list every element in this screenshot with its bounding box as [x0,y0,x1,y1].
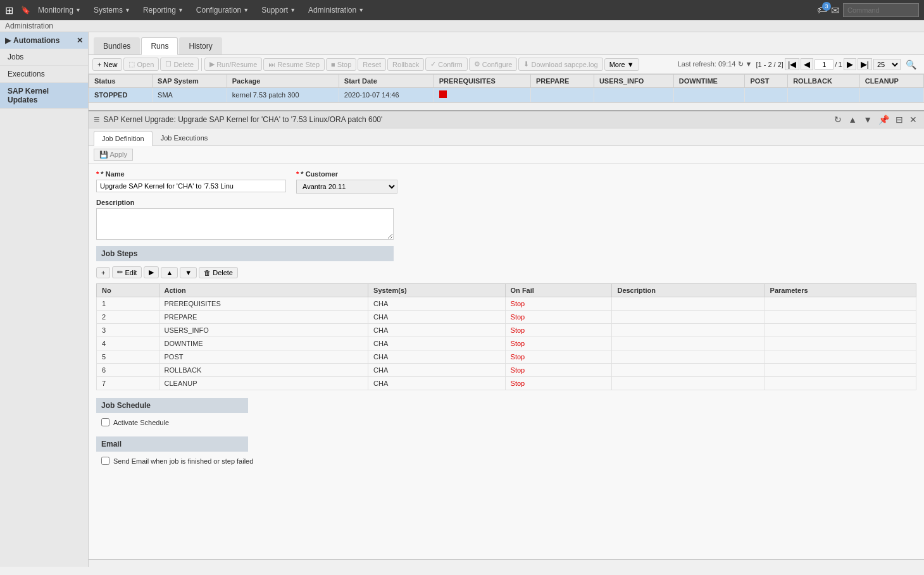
steps-row[interactable]: 7 CLEANUP CHA Stop [97,377,916,390]
first-page-button[interactable]: |◀ [785,58,799,70]
detail-down-icon[interactable]: ▼ [861,114,874,125]
bottom-hscroll[interactable] [89,559,924,567]
description-textarea[interactable] [96,208,394,240]
step-no: 5 [97,350,159,364]
name-input[interactable] [96,180,286,192]
reset-button[interactable]: Reset [358,58,386,71]
sidebar-item-executions[interactable]: Executions [0,66,88,83]
step-no: 2 [97,311,159,324]
customer-label: * * Customer [296,170,397,178]
col-prepare: PREPARE [530,75,594,88]
table-row[interactable]: STOPPED SMA kernel 7.53 patch 300 2020-1… [89,88,924,102]
table-hscroll[interactable] [89,102,924,110]
download-button[interactable]: ⬇ Download sapcpe.log [518,58,602,71]
step-systems: CHA [368,350,505,364]
nav-systems[interactable]: Systems ▼ [89,0,135,20]
send-email-checkbox[interactable] [101,457,109,465]
step-on-fail[interactable]: Stop [505,377,612,390]
sidebar: ▶ Automations ✕ Jobs Executions SAP Kern… [0,32,89,567]
col-users-info: USERS_INFO [594,75,673,88]
detail-tab-job-definition[interactable]: Job Definition [94,131,153,146]
refresh-dropdown-icon[interactable]: ▼ [746,60,752,68]
step-systems: CHA [368,364,505,377]
steps-up-button[interactable]: ▲ [161,267,178,278]
step-systems: CHA [368,324,505,337]
steps-row[interactable]: 5 POST CHA Stop [97,350,916,364]
steps-row[interactable]: 3 USERS_INFO CHA Stop [97,324,916,337]
send-email-label: Send Email when job is finished or step … [113,457,253,465]
tab-bar: Bundles Runs History [89,32,924,55]
step-action: PREPARE [159,311,368,324]
sidebar-item-sap-kernel-updates[interactable]: SAP Kernel Updates [0,83,88,109]
step-on-fail[interactable]: Stop [505,337,612,350]
detail-tab-job-executions[interactable]: Job Executions [153,130,216,145]
detail-header-controls: ↻ ▲ ▼ 📌 ⊟ ✕ [832,114,919,125]
detail-close-icon[interactable]: ✕ [908,114,919,125]
steps-row[interactable]: 2 PREPARE CHA Stop [97,311,916,324]
resume-step-icon: ⏭ [268,61,275,68]
notifications-badge-wrap[interactable]: 🏷 3 [817,4,827,16]
step-on-fail[interactable]: Stop [505,350,612,364]
runs-table-container: Status SAP System Package Start Date PRE… [89,74,924,102]
apply-icon: 💾 [99,151,108,158]
confirm-button[interactable]: ✓ Confirm [425,58,468,71]
detail-pin-icon[interactable]: 📌 [877,114,891,125]
steps-delete-button[interactable]: 🗑 Delete [199,267,238,278]
cell-package: kernel 7.53 patch 300 [227,88,339,102]
nav-administration[interactable]: Administration ▼ [303,0,369,20]
step-systems: CHA [368,297,505,311]
sidebar-close-icon[interactable]: ✕ [77,36,83,45]
steps-add-button[interactable]: + [96,267,110,278]
steps-row[interactable]: 4 DOWNTIME CHA Stop [97,337,916,350]
step-on-fail[interactable]: Stop [505,364,612,377]
nav-monitoring[interactable]: Monitoring ▼ [33,0,86,20]
page-number-input[interactable] [815,59,833,70]
resume-step-button[interactable]: ⏭ Resume Step [263,58,325,71]
tab-history[interactable]: History [179,37,222,54]
sidebar-item-jobs[interactable]: Jobs [0,49,88,66]
steps-edit-button[interactable]: ✏ Edit [112,266,142,278]
activate-schedule-row: Activate Schedule [96,416,916,429]
page-size-select[interactable]: 25 50 100 [873,59,901,70]
step-description [612,337,765,350]
col-start-date: Start Date [339,75,434,88]
steps-row[interactable]: 1 PREREQUISITES CHA Stop [97,297,916,311]
main-layout: ▶ Automations ✕ Jobs Executions SAP Kern… [0,32,924,567]
detail-detach-icon[interactable]: ⊟ [894,114,905,125]
tab-bundles[interactable]: Bundles [94,37,140,54]
nav-reporting[interactable]: Reporting ▼ [138,0,189,20]
last-page-button[interactable]: ▶| [858,58,872,70]
delete-button[interactable]: ☐ Delete [160,58,199,71]
nav-configuration[interactable]: Configuration ▼ [191,0,254,20]
more-button[interactable]: More ▼ [604,58,639,71]
nav-support[interactable]: Support ▼ [256,0,301,20]
configure-button[interactable]: ⚙ Configure [469,58,518,71]
steps-play-button[interactable]: ▶ [144,266,159,278]
stop-button[interactable]: ■ Stop [326,58,356,71]
command-input[interactable] [843,3,919,17]
next-page-button[interactable]: ▶ [844,58,856,70]
cell-rollback [788,88,860,102]
mail-icon[interactable]: ✉ [831,4,839,16]
step-on-fail[interactable]: Stop [505,297,612,311]
detail-up-icon[interactable]: ▲ [846,114,859,125]
step-on-fail[interactable]: Stop [505,324,612,337]
content-area: Bundles Runs History + New ⬚ Open ☐ Dele… [89,32,924,567]
tab-runs[interactable]: Runs [141,37,178,55]
steps-row[interactable]: 6 ROLLBACK CHA Stop [97,364,916,377]
step-description [612,297,765,311]
apply-button[interactable]: 💾 Apply [94,149,133,161]
prev-page-button[interactable]: ◀ [801,58,813,70]
new-button[interactable]: + New [92,58,122,71]
open-button[interactable]: ⬚ Open [123,58,159,71]
checkmark-icon: ✓ [430,60,436,68]
step-systems: CHA [368,311,505,324]
search-icon[interactable]: 🔍 [902,58,920,71]
activate-schedule-checkbox[interactable] [101,418,109,426]
detail-refresh-icon[interactable]: ↻ [832,114,844,125]
step-on-fail[interactable]: Stop [505,311,612,324]
customer-select[interactable]: Avantra 20.11 Avantra 20.10 [296,180,397,194]
run-resume-button[interactable]: ▶ Run/Resume [204,58,262,71]
steps-down-button[interactable]: ▼ [180,267,197,278]
rollback-button[interactable]: Rollback [387,58,424,71]
